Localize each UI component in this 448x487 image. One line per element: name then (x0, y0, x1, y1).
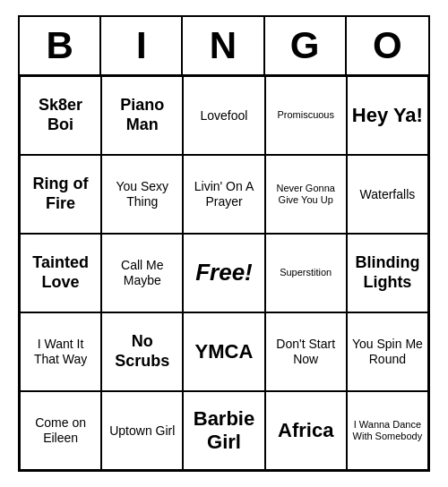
bingo-cell-9: Waterfalls (347, 155, 428, 234)
header-b: B (20, 17, 101, 74)
bingo-cell-20: Come on Eileen (20, 391, 101, 470)
bingo-cell-19: You Spin Me Round (347, 312, 428, 391)
bingo-cell-6: You Sexy Thing (101, 155, 183, 234)
bingo-header: B I N G O (20, 17, 428, 76)
bingo-cell-1: Piano Man (101, 76, 183, 155)
bingo-cell-14: Blinding Lights (347, 234, 428, 312)
bingo-cell-22: Barbie Girl (183, 391, 264, 470)
bingo-grid: Sk8er BoiPiano ManLovefoolPromiscuousHey… (20, 76, 428, 470)
bingo-cell-0: Sk8er Boi (20, 76, 101, 155)
bingo-cell-10: Tainted Love (20, 234, 101, 312)
bingo-card: B I N G O Sk8er BoiPiano ManLovefoolProm… (18, 15, 430, 472)
bingo-cell-7: Livin' On A Prayer (183, 155, 264, 234)
bingo-cell-4: Hey Ya! (347, 76, 428, 155)
bingo-cell-8: Never Gonna Give You Up (265, 155, 347, 234)
bingo-cell-21: Uptown Girl (101, 391, 183, 470)
bingo-cell-12: Free! (183, 234, 264, 312)
header-i: I (101, 17, 183, 74)
header-g: G (265, 17, 347, 74)
bingo-cell-24: I Wanna Dance With Somebody (347, 391, 428, 470)
bingo-cell-3: Promiscuous (265, 76, 347, 155)
bingo-cell-15: I Want It That Way (20, 312, 101, 391)
bingo-cell-5: Ring of Fire (20, 155, 101, 234)
bingo-cell-11: Call Me Maybe (101, 234, 183, 312)
bingo-cell-23: Africa (265, 391, 347, 470)
bingo-cell-16: No Scrubs (101, 312, 183, 391)
bingo-cell-2: Lovefool (183, 76, 264, 155)
bingo-cell-17: YMCA (183, 312, 264, 391)
header-n: N (183, 17, 264, 74)
bingo-cell-13: Superstition (265, 234, 347, 312)
header-o: O (347, 17, 428, 74)
bingo-cell-18: Don't Start Now (265, 312, 347, 391)
